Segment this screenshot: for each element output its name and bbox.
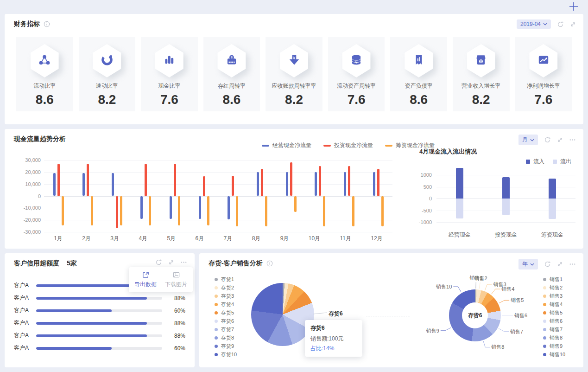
data-bar[interactable] [381, 196, 384, 227]
data-bar[interactable] [203, 176, 205, 196]
expand-icon[interactable] [570, 21, 576, 27]
donut-legend-item[interactable]: 销售10 [543, 350, 565, 359]
pie-legend-item[interactable]: 存货6 [215, 317, 237, 325]
data-bar[interactable] [261, 169, 263, 196]
metric-card[interactable]: 速动比率8.2 [79, 37, 136, 111]
data-bar[interactable] [62, 196, 64, 225]
metric-card[interactable]: ¥流动资产周转率7.6 [328, 37, 385, 111]
metric-card[interactable]: $营业收入增长率8.2 [453, 37, 510, 111]
metric-card[interactable]: $存红周转率8.6 [203, 37, 260, 111]
data-bar[interactable] [174, 164, 176, 196]
data-bar[interactable] [286, 172, 288, 196]
donut-legend-item[interactable]: 销售7 [543, 325, 565, 334]
inflow-bar[interactable] [549, 179, 556, 199]
expand-icon[interactable] [557, 261, 563, 267]
donut-legend-item[interactable]: 销售6 [543, 317, 565, 325]
pie-legend-item[interactable]: 存货7 [215, 325, 237, 334]
data-bar[interactable] [145, 164, 147, 196]
data-bar[interactable] [170, 196, 172, 219]
donut-legend-item[interactable]: 销售5 [543, 308, 565, 317]
metric-card[interactable]: 净利润增长率7.6 [515, 37, 572, 111]
metric-card[interactable]: ¥应收账款周转率率8.2 [266, 37, 322, 111]
export-data-button[interactable]: 导出数据 [134, 271, 157, 289]
add-widget-button[interactable] [569, 1, 579, 13]
outflow-bar[interactable] [456, 199, 463, 218]
data-bar[interactable] [116, 196, 118, 229]
data-bar[interactable] [377, 169, 379, 196]
data-bar[interactable] [207, 196, 209, 225]
data-bar[interactable] [87, 164, 89, 196]
more-icon[interactable] [569, 261, 576, 268]
donut-legend-item[interactable]: 销售4 [543, 300, 565, 308]
outflow-bar[interactable] [502, 199, 510, 215]
data-bar[interactable] [236, 196, 238, 227]
donut-legend-item[interactable]: 销售8 [543, 334, 565, 342]
donut-legend-item[interactable]: 销售1 [543, 275, 565, 283]
data-bar[interactable] [294, 196, 297, 212]
metric-card[interactable]: 现金比率7.6 [141, 37, 198, 111]
data-bar[interactable] [57, 164, 60, 196]
data-bar[interactable] [352, 196, 354, 227]
donut-legend-item[interactable]: 销售9 [543, 342, 565, 350]
legend-item[interactable]: 投资现金净流量 [323, 141, 373, 149]
inflow-bar[interactable] [456, 168, 463, 199]
inflow-bar[interactable] [502, 177, 510, 199]
data-bar[interactable] [319, 166, 321, 196]
data-bar[interactable] [232, 176, 234, 196]
bar-fill[interactable] [36, 297, 147, 300]
info-icon[interactable] [266, 260, 273, 267]
data-bar[interactable] [120, 196, 122, 225]
data-bar[interactable] [344, 172, 346, 196]
refresh-icon[interactable] [544, 261, 551, 268]
more-icon[interactable] [180, 259, 187, 266]
bar-fill[interactable] [36, 334, 147, 337]
data-bar[interactable] [112, 173, 114, 196]
data-bar[interactable] [257, 172, 259, 196]
more-icon[interactable] [569, 136, 576, 143]
pie-legend-item[interactable]: 存货10 [215, 350, 237, 359]
legend-item[interactable]: 流出 [553, 158, 571, 166]
metric-value: 8.6 [390, 92, 447, 107]
outflow-bar[interactable] [549, 199, 556, 219]
data-bar[interactable] [149, 196, 151, 225]
pie-legend-item[interactable]: 存货5 [215, 308, 237, 317]
data-bar[interactable] [140, 196, 143, 219]
refresh-icon[interactable] [557, 21, 564, 28]
bar-fill[interactable] [36, 322, 147, 325]
refresh-icon[interactable] [544, 136, 551, 143]
period-dropdown[interactable]: 2019-04 [517, 19, 551, 29]
metric-label: 应收账款周转率率 [266, 82, 322, 90]
pie-legend-item[interactable]: 存货3 [215, 292, 237, 300]
data-bar[interactable] [323, 196, 325, 227]
expand-icon[interactable] [557, 137, 563, 143]
pie-legend-item[interactable]: 存货9 [215, 342, 237, 350]
pie-legend-item[interactable]: 存货8 [215, 334, 237, 342]
data-bar[interactable] [82, 173, 85, 196]
data-bar[interactable] [315, 172, 317, 196]
bar-fill[interactable] [36, 309, 112, 312]
download-image-button[interactable]: 下载图片 [165, 271, 187, 289]
expand-icon[interactable] [168, 259, 174, 265]
bar-fill[interactable] [36, 347, 112, 350]
donut-legend-item[interactable]: 销售2 [543, 283, 565, 292]
pie-legend-item[interactable]: 存货4 [215, 300, 237, 308]
info-icon[interactable] [44, 21, 50, 27]
pie-legend-item[interactable]: 存货1 [215, 275, 237, 283]
data-bar[interactable] [53, 173, 56, 196]
period-dropdown[interactable]: 月 [518, 135, 538, 145]
data-bar[interactable] [265, 196, 267, 227]
data-bar[interactable] [290, 162, 292, 196]
donut-legend-item[interactable]: 销售3 [543, 292, 565, 300]
legend-item[interactable]: 经营现金净流量 [262, 141, 311, 149]
legend-item[interactable]: 流入 [526, 158, 544, 166]
data-bar[interactable] [199, 196, 201, 219]
data-bar[interactable] [348, 166, 350, 196]
refresh-icon[interactable] [155, 259, 162, 266]
data-bar[interactable] [178, 196, 180, 225]
pie-legend-item[interactable]: 存货2 [215, 283, 237, 292]
metric-card[interactable]: 流动比率8.6 [16, 37, 73, 111]
data-bar[interactable] [91, 196, 93, 225]
data-bar[interactable] [373, 172, 375, 196]
data-bar[interactable] [228, 196, 230, 219]
metric-card[interactable]: 资产负债率8.6 [390, 37, 447, 111]
